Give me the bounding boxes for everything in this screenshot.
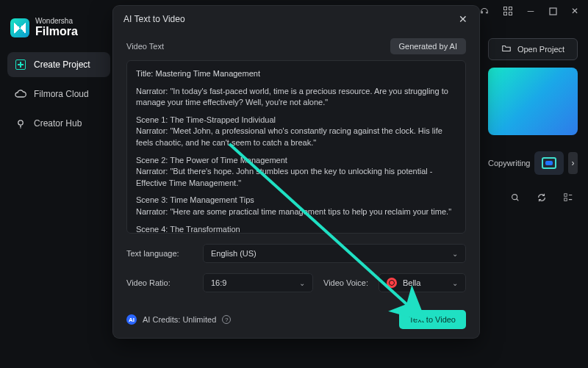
right-panel: Open Project Copywriting ›	[488, 38, 578, 203]
video-voice-label: Video Voice:	[323, 278, 368, 287]
brand-product: Filmora	[35, 26, 78, 38]
headset-icon[interactable]	[479, 6, 490, 16]
ai-copywriting-thumb[interactable]	[534, 151, 563, 175]
search-icon[interactable]	[510, 192, 520, 203]
scene-narration: Narrator: "Here are some practical time …	[136, 206, 456, 218]
apps-grid-icon[interactable]	[503, 6, 513, 16]
sidebar-item-label: Filmora Cloud	[34, 89, 89, 99]
carousel-next-button[interactable]: ›	[568, 152, 578, 174]
text-to-video-button[interactable]: Text to Video	[399, 310, 466, 329]
video-voice-value: Bella	[403, 278, 420, 287]
modal-title: AI Text to Video	[123, 14, 185, 24]
scene-narration: Narrator: "But there's hope. John stumbl…	[136, 166, 456, 189]
chevron-down-icon: ⌄	[299, 279, 305, 287]
video-voice-select[interactable]: Bella ⌄	[379, 273, 466, 292]
thumb-label: Copywriting	[488, 159, 530, 167]
text-language-select[interactable]: English (US) ⌄	[203, 244, 466, 263]
video-text-label: Video Text	[126, 42, 164, 51]
open-project-button[interactable]: Open Project	[488, 38, 578, 60]
chevron-down-icon: ⌄	[452, 250, 458, 258]
script-intro: Narrator: "In today's fast-paced world, …	[136, 86, 456, 109]
feature-card[interactable]	[488, 68, 578, 135]
chevron-down-icon: ⌄	[452, 279, 458, 287]
svg-rect-0	[550, 8, 556, 15]
scene-heading: Scene 1: The Time-Strapped Individual	[136, 115, 456, 126]
scene-narration: Narrator: "Meet John, a professional who…	[136, 126, 456, 148]
ai-credits-label: AI Credits: Unlimited	[143, 315, 216, 324]
bulb-icon	[15, 118, 26, 129]
ai-text-to-video-modal: AI Text to Video ✕ Video Text Generated …	[113, 6, 479, 338]
modal-close-button[interactable]: ✕	[457, 13, 469, 25]
ai-credits-status: AI AI Credits: Unlimited ?	[126, 314, 231, 325]
sidebar: Wondersha Filmora Create Project Filmora…	[0, 0, 118, 368]
help-icon[interactable]: ?	[222, 315, 231, 324]
svg-rect-3	[564, 194, 567, 197]
svg-rect-4	[564, 198, 567, 201]
ai-badge-icon: AI	[126, 314, 137, 325]
view-options-icon[interactable]	[563, 192, 573, 203]
sidebar-item-create-project[interactable]: Create Project	[7, 52, 110, 77]
scene-heading: Scene 2: The Power of Time Management	[136, 155, 456, 167]
filmora-logo-icon	[10, 18, 29, 37]
ai-box-icon	[542, 157, 556, 169]
create-project-icon	[15, 59, 26, 71]
window-minimize-icon[interactable]: ─	[526, 6, 535, 16]
brand-company: Wondersha	[35, 18, 78, 26]
window-close-icon[interactable]: ✕	[570, 6, 579, 16]
sidebar-item-label: Create Project	[34, 59, 90, 70]
video-ratio-value: 16:9	[211, 278, 226, 287]
sidebar-item-filmora-cloud[interactable]: Filmora Cloud	[7, 82, 110, 107]
voice-avatar-icon	[387, 278, 397, 288]
text-language-label: Text language:	[126, 249, 193, 258]
folder-icon	[501, 43, 512, 55]
sidebar-item-label: Creator Hub	[34, 118, 82, 129]
video-ratio-label: Video Ratio:	[126, 278, 193, 287]
svg-point-2	[512, 195, 517, 200]
open-project-label: Open Project	[517, 45, 564, 54]
text-language-value: English (US)	[211, 249, 257, 258]
script-textarea[interactable]: Title: Mastering Time Management Narrato…	[126, 60, 466, 234]
script-title: Title: Mastering Time Management	[136, 68, 456, 80]
svg-point-1	[18, 120, 23, 125]
window-maximize-icon[interactable]	[548, 7, 557, 15]
refresh-icon[interactable]	[537, 192, 547, 203]
scene-heading: Scene 4: The Transformation	[136, 224, 456, 234]
sidebar-item-creator-hub[interactable]: Creator Hub	[7, 111, 110, 136]
cloud-icon	[15, 88, 26, 100]
scene-heading: Scene 3: Time Management Tips	[136, 195, 456, 206]
app-logo: Wondersha Filmora	[7, 15, 110, 48]
generated-by-ai-button[interactable]: Generated by AI	[390, 38, 467, 54]
video-ratio-select[interactable]: 16:9 ⌄	[203, 273, 313, 292]
